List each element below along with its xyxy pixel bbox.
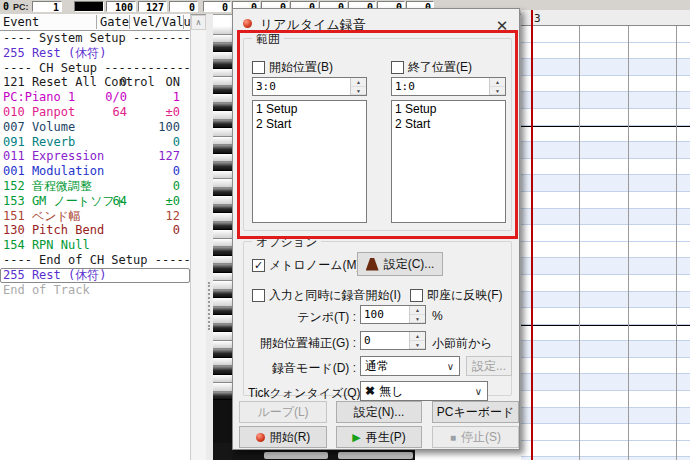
piano-key[interactable] [213,69,232,78]
event-row[interactable]: PC:Piano 10/01 [0,90,190,105]
start-recording-button[interactable]: 開始(R) [239,426,327,448]
piano-key[interactable] [213,94,232,103]
event-row[interactable]: End of Track [0,283,190,298]
spin-up-icon[interactable]: ▲ [490,78,505,87]
offset-spinner[interactable]: 0 ▲▼ [360,331,426,350]
piano-key[interactable] [213,358,232,367]
spinner-arrows[interactable]: ▲▼ [409,306,425,323]
piano-key[interactable] [213,349,232,358]
event-row[interactable]: 154 RPN Null [0,238,190,253]
piano-key[interactable] [213,273,232,282]
event-row[interactable]: ---- CH Setup ----------------- [0,61,190,76]
event-row[interactable]: 091 Reverb0 [0,135,190,150]
piano-key[interactable] [213,366,232,375]
piano-key[interactable] [213,298,232,307]
end-position-checkbox[interactable]: 終了位置(E) [391,59,472,76]
piano-key[interactable] [213,171,232,180]
listbox-item[interactable]: 1 Setup [256,102,366,117]
piano-key[interactable] [213,264,232,273]
piano-key[interactable] [213,77,232,86]
listbox-item[interactable]: 1 Setup [395,102,505,117]
event-row[interactable]: 153 GM ノートソフト64±0 [0,194,190,209]
play-button[interactable]: ▶ 再生(P) [336,426,422,448]
metronome-settings-button[interactable]: 設定(C)... [357,252,443,276]
spin-up-icon[interactable]: ▲ [351,78,366,87]
event-row[interactable]: 007 Volume100 [0,120,190,135]
event-row[interactable]: ---- End of CH Setup ---------- [0,253,190,268]
record-on-input-checkbox[interactable]: 入力と同時に録音開始(I) [252,287,401,304]
close-icon[interactable]: ✕ [489,14,515,38]
toolbar-value-cell[interactable]: 127 [138,1,167,12]
spin-up-icon[interactable]: ▲ [410,332,425,341]
column-header-velvalue[interactable]: Vel/Value [130,15,184,29]
spin-down-icon[interactable]: ▼ [351,87,366,96]
piano-key[interactable] [213,392,232,401]
checkbox-box[interactable] [391,61,404,74]
column-header-gate[interactable]: Gate [97,15,130,29]
piano-key[interactable] [213,120,232,129]
checkbox-box[interactable] [252,289,265,302]
event-row[interactable]: 152 音程微調整0 [0,179,190,194]
event-row[interactable]: 001 Modulation0 [0,164,190,179]
piano-key[interactable] [213,103,232,112]
listbox-item[interactable]: 2 Start [395,117,505,132]
piano-key[interactable] [213,179,232,188]
settings-button[interactable]: 設定(N)... [336,401,422,423]
piano-key[interactable] [213,239,232,248]
checkbox-box[interactable] [252,61,265,74]
piano-key[interactable] [213,281,232,290]
piano-key[interactable] [213,26,232,35]
piano-key[interactable] [213,256,232,265]
event-row[interactable]: 255 Rest (休符) [0,46,190,61]
spinner-arrows[interactable]: ▲▼ [409,332,425,349]
measure-ruler[interactable]: 3 [521,10,690,26]
event-row[interactable]: ---- System Setup ------------- [0,31,190,46]
checkbox-box[interactable]: ✓ [252,259,265,272]
piano-key[interactable] [213,86,232,95]
stop-button[interactable]: ■ 停止(S) [432,426,519,448]
piano-key[interactable] [213,222,232,231]
spinner-value[interactable]: 3:0 [256,80,276,93]
toolbar-value-cell[interactable]: 0 [169,1,198,12]
toolbar-value-cell[interactable]: 100 [106,1,136,12]
event-row[interactable]: 151 ベンド幅12 [0,209,190,224]
piano-key[interactable] [213,205,232,214]
piano-roll-grid[interactable]: 3 [521,10,690,460]
loop-button[interactable]: ループ(L) [239,401,327,423]
spinner-arrows[interactable]: ▲▼ [350,78,366,95]
spin-up-icon[interactable]: ▲ [410,306,425,315]
event-row[interactable]: 121 Reset All Control0ON [0,75,190,90]
spin-down-icon[interactable]: ▼ [490,87,505,96]
piano-key[interactable] [213,128,232,137]
piano-key[interactable] [213,196,232,205]
start-position-spinner[interactable]: 3:0 ▲▼ [252,77,367,96]
listbox-item[interactable]: 2 Start [256,117,366,132]
piano-key[interactable] [213,324,232,333]
piano-key[interactable] [213,213,232,222]
piano-key[interactable] [213,145,232,154]
piano-key[interactable] [213,35,232,44]
piano-key[interactable] [213,290,232,299]
end-position-listbox[interactable]: 1 Setup2 Start [391,100,506,223]
piano-key[interactable] [213,154,232,163]
event-list-scrollbar[interactable]: ∧ [190,15,207,460]
event-row[interactable]: 010 Panpot64±0 [0,105,190,120]
spinner-value[interactable]: 100 [364,308,384,321]
realtime-recording-dialog[interactable]: リアルタイム録音 ✕ 範囲 開始位置(B) 終了位置(E) 3:0 ▲▼ 1:0… [232,8,520,450]
pane-splitter[interactable] [206,14,213,460]
spin-down-icon[interactable]: ▼ [410,341,425,350]
record-mode-dropdown[interactable]: 通常 ∨ [360,356,460,376]
tempo-spinner[interactable]: 100 ▲▼ [360,305,426,324]
piano-keyboard-strip[interactable] [213,26,232,443]
event-row[interactable]: 130 Pitch Bend0 [0,223,190,238]
piano-key[interactable] [213,375,232,384]
piano-key[interactable] [213,230,232,239]
metronome-checkbox[interactable]: ✓ メトロノーム(M) [252,257,360,274]
immediate-reflect-checkbox[interactable]: 即座に反映(F) [410,287,503,304]
piano-key[interactable] [213,307,232,316]
piano-key[interactable] [213,188,232,197]
spin-down-icon[interactable]: ▼ [410,315,425,324]
toolbar-value-cell[interactable]: 0 [203,1,231,12]
spinner-value[interactable]: 1:0 [395,80,415,93]
piano-key[interactable] [213,162,232,171]
